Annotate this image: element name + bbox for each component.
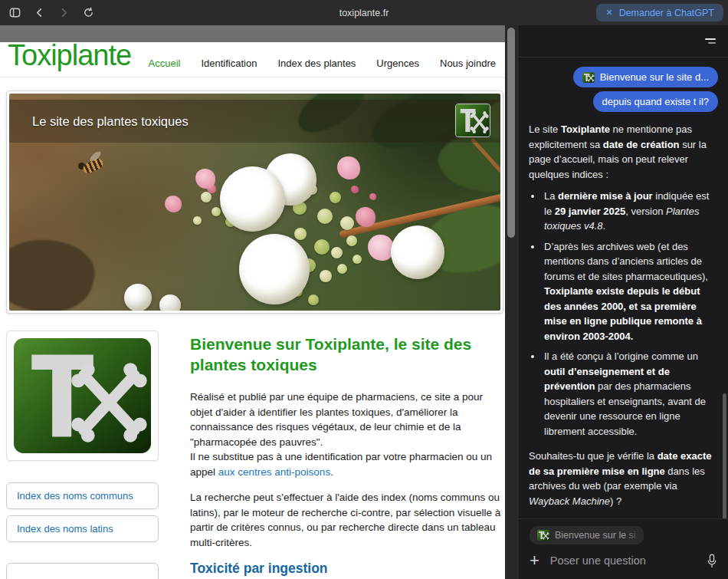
nav-item[interactable]: Identification (201, 58, 257, 69)
context-chip[interactable]: Bienvenue sur le si (530, 526, 644, 544)
assistant-bullet-list: La dernière mise à jour indiquée est le … (529, 189, 718, 439)
nav-item[interactable]: Accueil (149, 58, 181, 69)
hero-decor-shape (124, 284, 152, 311)
hero-decor-shape (9, 230, 100, 311)
site-nav: AccueilIdentificationIndex des plantesUr… (149, 58, 496, 71)
plus-icon[interactable]: + (530, 553, 539, 568)
index-link-button[interactable]: Index des noms communs (6, 482, 159, 509)
panel-options-icon[interactable] (705, 38, 716, 44)
url-bar[interactable]: toxiplante.fr (339, 8, 389, 18)
hero-decor-shape (391, 225, 444, 279)
close-icon[interactable]: ✕ (605, 8, 612, 18)
nav-item[interactable]: Index des plantes (277, 58, 356, 69)
assistant-bullet: La dernière mise à jour indiquée est le … (543, 189, 718, 234)
chat-input[interactable]: + Poser une question (530, 553, 717, 568)
ask-chatgpt-label: Demander à ChatGPT (619, 8, 714, 18)
user-message-text: depuis quand existe t il? (602, 95, 709, 108)
hero-decor-shape (220, 166, 285, 232)
disclaimer-end: . (330, 466, 333, 478)
page-scrollbar-track (505, 25, 519, 579)
hero-decor-shape (340, 216, 354, 230)
intro-text: Réalisé et publié par une équipe de phar… (190, 391, 483, 448)
hero-decor-shape (353, 255, 362, 264)
hero-decor-shape (320, 270, 332, 282)
forward-icon[interactable] (54, 4, 74, 22)
intro-paragraph: Réalisé et publié par une équipe de phar… (190, 390, 503, 479)
index-link-button-partial[interactable] (6, 563, 159, 579)
toxiplante-favicon-icon (537, 530, 549, 541)
hero-decor-shape (201, 192, 212, 202)
user-message-text: Bienvenue sur le site d... (600, 71, 709, 84)
assistant-bullet: D’après les archives web (et des mention… (543, 239, 718, 344)
section-title-ingestion: Toxicité par ingestion (190, 561, 503, 577)
chip-fade (625, 526, 644, 544)
page-scrollbar-thumb[interactable] (507, 28, 515, 238)
nav-item[interactable]: Nous joindre (440, 58, 496, 69)
hero-decor-shape (212, 207, 221, 216)
site-header: Toxiplante AccueilIdentificationIndex de… (0, 42, 505, 77)
hero-decor-shape (317, 209, 333, 224)
hero-decor-shape (337, 264, 347, 274)
hero-decor-shape (159, 294, 181, 311)
hero-decor-shape (294, 228, 307, 240)
site-logo[interactable]: Toxiplante (8, 40, 131, 71)
toxiplante-logo-icon (455, 104, 490, 137)
hero-decor-shape (195, 169, 215, 189)
search-paragraph: La recherche peut s'effectuer à l'aide d… (190, 490, 503, 550)
hero-decor-shape (239, 234, 310, 304)
hero-decor-shape (165, 196, 182, 212)
hero-decor-shape (368, 235, 394, 261)
hero-decor-shape (369, 193, 376, 200)
composer: Bienvenue sur le si + Poser une question (519, 518, 728, 579)
user-message-bubble: Bienvenue sur le site d... (573, 67, 718, 87)
left-column: Index des noms communsIndex des noms lat… (6, 331, 159, 579)
hero-decor-shape (346, 235, 357, 246)
user-messages: Bienvenue sur le site d... depuis quand … (529, 67, 718, 112)
chatgpt-panel: Bienvenue sur le site d... depuis quand … (519, 25, 728, 579)
hero-decor-shape (331, 247, 343, 258)
sidebar-logo-card (6, 331, 159, 461)
web-page: Toxiplante AccueilIdentificationIndex de… (0, 25, 505, 579)
assistant-intro: Le site Toxiplante ne mentionne pas expl… (529, 122, 718, 182)
hero-caption-band: Le site des plantes toxiques (9, 100, 500, 143)
browser-toolbar: toxiplante.fr ✕ Demander à ChatGPT (0, 0, 728, 25)
hero-decor-shape (308, 294, 319, 305)
index-buttons: Index des noms communsIndex des noms lat… (6, 482, 159, 542)
anti-poison-link[interactable]: aux centres anti-poisons (218, 466, 330, 478)
hero-caption: Le site des plantes toxiques (32, 114, 189, 129)
reload-icon[interactable] (78, 4, 98, 22)
assistant-outro: Souhaites-tu que je vérifie la date exac… (529, 449, 718, 508)
panel-header (519, 25, 728, 58)
microphone-icon[interactable] (707, 554, 717, 568)
chat-input-placeholder: Poser une question (550, 554, 696, 567)
main-column: Bienvenue sur Toxiplante, le site des pl… (190, 331, 503, 579)
page-title: Bienvenue sur Toxiplante, le site des pl… (190, 334, 503, 375)
hero-decor-shape (314, 239, 330, 255)
assistant-bullet: Il a été conçu à l’origine comme un outi… (543, 349, 718, 439)
chat-area: Bienvenue sur le site d... depuis quand … (519, 58, 728, 518)
hero-decor-shape (330, 192, 341, 203)
hero-decor-shape (337, 156, 360, 179)
ask-chatgpt-button[interactable]: ✕ Demander à ChatGPT (596, 4, 723, 21)
back-icon[interactable] (29, 4, 49, 22)
hero-decor-shape (356, 207, 375, 227)
hero-image: Le site des plantes toxiques (9, 94, 500, 311)
toolbar-nav-group (5, 4, 98, 22)
hero-decor-shape (193, 216, 202, 225)
sidebar-toggle-icon[interactable] (5, 4, 25, 22)
nav-item[interactable]: Urgences (376, 58, 419, 69)
hero-card: Le site des plantes toxiques (6, 90, 503, 314)
hero-decor-shape (351, 186, 359, 193)
index-link-button[interactable]: Index des noms latins (6, 515, 159, 542)
content-columns: Index des noms communsIndex des noms lat… (6, 331, 505, 579)
user-message-bubble: depuis quand existe t il? (593, 91, 718, 112)
toxiplante-logo-icon (14, 338, 151, 453)
toxiplante-favicon-icon (582, 72, 595, 83)
context-chip-label: Bienvenue sur le si (555, 530, 636, 541)
